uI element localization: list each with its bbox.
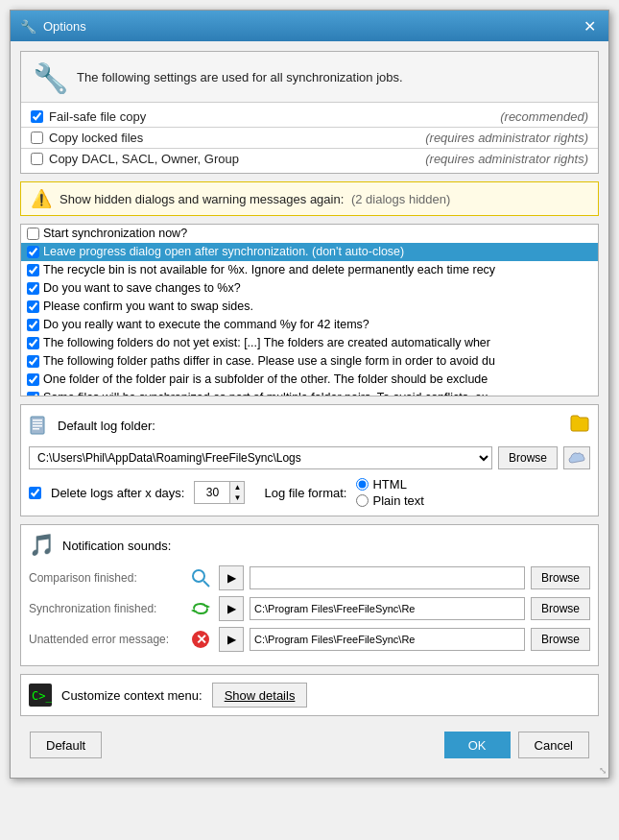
list-item-checkbox[interactable] (27, 337, 39, 349)
error-play-button[interactable]: ▶ (219, 627, 244, 652)
list-item[interactable]: Please confirm you want to swap sides. (21, 298, 598, 316)
cloud-button[interactable] (563, 446, 590, 469)
list-item-text: Some files will be synchronized as part … (43, 391, 488, 396)
copy-dacl-row: Copy DACL, SACL, Owner, Group (requires … (21, 149, 598, 169)
list-item[interactable]: Start synchronization now? (21, 225, 598, 243)
log-folder-icon-button[interactable] (569, 413, 590, 439)
list-item-checkbox[interactable] (27, 300, 39, 313)
spin-down-button[interactable]: ▼ (230, 492, 244, 503)
show-details-button[interactable]: Show details (212, 683, 308, 708)
spin-up-button[interactable]: ▲ (230, 482, 244, 492)
sync-play-button[interactable]: ▶ (219, 596, 244, 621)
log-section: Default log folder: C:\Users\Phil\AppDat… (20, 404, 599, 516)
svg-rect-6 (33, 428, 39, 430)
copy-dacl-requires: (requires administrator rights) (416, 152, 588, 166)
log-path-row: C:\Users\Phil\AppData\Roaming\FreeFileSy… (29, 446, 590, 469)
fail-safe-recommended: (recommended) (490, 109, 588, 124)
list-item-checkbox[interactable] (27, 355, 39, 368)
error-label: Unattended error message: (29, 633, 182, 646)
list-item[interactable]: Do you want to save changes to %x? (21, 279, 598, 298)
bottom-bar: Default OK Cancel (20, 724, 599, 768)
delete-logs-label: Delete logs after x days: (51, 486, 184, 500)
warning-icon: ⚠️ (31, 188, 52, 209)
sounds-title: Notification sounds: (62, 539, 171, 553)
svg-point-7 (193, 570, 204, 582)
list-item-checkbox[interactable] (27, 246, 39, 258)
log-title: Default log folder: (58, 419, 155, 433)
plain-text-label: Plain text (372, 493, 423, 508)
copy-locked-checkbox[interactable] (31, 132, 43, 144)
svg-line-8 (203, 581, 209, 587)
list-item-text: One folder of the folder pair is a subfo… (43, 372, 488, 386)
list-item[interactable]: Leave progress dialog open after synchro… (21, 243, 598, 261)
list-scrollable[interactable]: Start synchronization now?Leave progress… (21, 225, 598, 396)
comparison-play-button[interactable]: ▶ (219, 565, 244, 590)
list-item[interactable]: Do you really want to execute the comman… (21, 316, 598, 334)
music-icon: 🎵 (29, 533, 55, 558)
copy-dacl-checkbox[interactable] (31, 153, 43, 165)
svg-rect-4 (33, 422, 42, 424)
error-browse-button[interactable]: Browse (531, 628, 590, 651)
sync-label: Synchronization finished: (29, 602, 182, 615)
fail-safe-checkbox[interactable] (31, 110, 43, 123)
context-label: Customize context menu: (61, 688, 202, 703)
log-options-row: Delete logs after x days: ▲ ▼ Log file f… (29, 477, 590, 508)
context-section: C>_ Customize context menu: Show details (20, 674, 599, 716)
copy-locked-label: Copy locked files (49, 131, 416, 145)
list-item[interactable]: Some files will be synchronized as part … (21, 389, 598, 396)
plain-text-radio-row: Plain text (356, 493, 423, 508)
close-button[interactable]: ✕ (580, 16, 599, 36)
radio-group: HTML Plain text (356, 477, 423, 508)
sync-sound-row: Synchronization finished: ▶ C:\Program F… (29, 596, 590, 621)
list-item[interactable]: One folder of the folder pair is a subfo… (21, 371, 598, 389)
comparison-search-button[interactable] (188, 565, 213, 590)
list-item-text: Do you really want to execute the comman… (43, 318, 369, 331)
plain-text-radio[interactable] (356, 494, 369, 507)
log-path-select[interactable]: C:\Users\Phil\AppData\Roaming\FreeFileSy… (29, 446, 492, 469)
checkboxes-section: Fail-safe file copy (recommended) Copy l… (21, 103, 598, 173)
delete-logs-checkbox[interactable] (29, 487, 41, 499)
svg-text:🔧: 🔧 (33, 61, 67, 94)
general-section: 🔧 The following settings are used for al… (20, 51, 599, 174)
title-bar-left: 🔧 Options (20, 18, 86, 34)
svg-marker-9 (206, 605, 210, 609)
sync-icon-button[interactable] (188, 596, 213, 621)
list-item[interactable]: The recycle bin is not available for %x.… (21, 261, 598, 279)
days-input[interactable] (195, 482, 229, 503)
list-item-text: The recycle bin is not available for %x.… (43, 263, 495, 276)
list-item[interactable]: The following folders do not yet exist: … (21, 334, 598, 352)
comparison-browse-button[interactable]: Browse (531, 566, 590, 589)
tools-icon: 🔧 (33, 60, 67, 94)
sounds-section: 🎵 Notification sounds: Comparison finish… (20, 524, 599, 666)
dialogs-list-section: Start synchronization now?Leave progress… (20, 224, 599, 396)
list-item-text: The following folders do not yet exist: … (43, 336, 490, 349)
svg-text:✕: ✕ (196, 632, 207, 647)
html-radio[interactable] (356, 478, 369, 491)
list-item-checkbox[interactable] (27, 282, 39, 295)
svg-rect-5 (33, 425, 42, 427)
ok-button[interactable]: OK (444, 732, 511, 758)
list-item-checkbox[interactable] (27, 319, 39, 331)
default-button[interactable]: Default (30, 732, 102, 758)
list-item-checkbox[interactable] (27, 392, 39, 396)
copy-locked-requires: (requires administrator rights) (416, 131, 588, 145)
sync-browse-button[interactable]: Browse (531, 597, 590, 620)
html-radio-row: HTML (356, 477, 423, 492)
cancel-button[interactable]: Cancel (518, 732, 589, 758)
error-icon-button[interactable]: ✕ (188, 627, 213, 652)
list-item[interactable]: The following folder paths differ in cas… (21, 352, 598, 371)
log-icon (29, 416, 50, 437)
list-item-checkbox[interactable] (27, 228, 39, 240)
list-item-text: The following folder paths differ in cas… (43, 354, 495, 368)
list-item-checkbox[interactable] (27, 264, 39, 276)
svg-marker-10 (191, 609, 195, 612)
ok-cancel-group: OK Cancel (444, 732, 589, 758)
list-item-checkbox[interactable] (27, 373, 39, 386)
title-bar: 🔧 Options ✕ (11, 11, 608, 41)
warning-bar[interactable]: ⚠️ Show hidden dialogs and warning messa… (20, 181, 599, 216)
html-label: HTML (372, 477, 406, 492)
log-browse-button[interactable]: Browse (498, 446, 558, 469)
window-title: Options (43, 19, 86, 34)
log-header: Default log folder: (29, 413, 590, 439)
list-body: Start synchronization now?Leave progress… (21, 225, 598, 396)
